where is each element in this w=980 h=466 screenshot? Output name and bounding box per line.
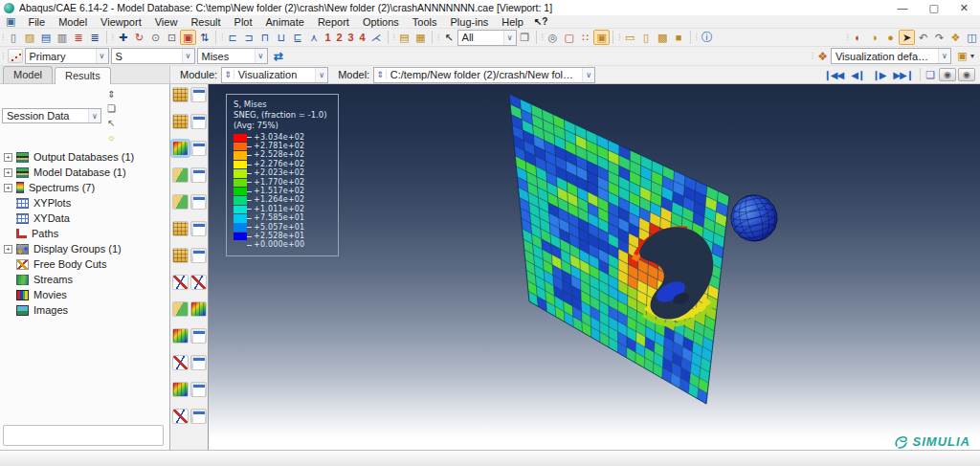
options-table-icon[interactable]: ◫ (964, 30, 980, 45)
color-code-apply-icon[interactable]: ➤ (899, 30, 915, 45)
tree-item-output-databases[interactable]: +Output Databases (1) (0, 149, 169, 165)
expand-icon[interactable]: + (4, 168, 12, 177)
replace-displayed-icon[interactable]: ▢ (561, 30, 577, 45)
stream-options-icon[interactable] (190, 355, 207, 370)
activate-xy-recorder-icon[interactable] (172, 275, 189, 290)
tree-scope-selector[interactable]: Session Data∨ (2, 108, 101, 123)
first-frame-button[interactable]: ❙◀◀ (819, 70, 847, 80)
module-selector[interactable]: ⇕Visualization∨ (221, 67, 328, 83)
render-hidden-icon[interactable]: ▯ (638, 30, 655, 45)
plot-state-options-icon[interactable] (190, 409, 207, 424)
apply-iso-view-icon[interactable]: ⋏ (306, 30, 323, 45)
animate-time-history-icon[interactable] (172, 221, 189, 236)
select-in-tree-button[interactable]: ↖ (104, 116, 119, 130)
tips-button[interactable]: ☼ (104, 130, 119, 144)
orientation-options-icon[interactable] (190, 194, 207, 210)
annotation-manager-icon[interactable]: ❖ (947, 30, 964, 45)
tree-item-spectrums[interactable]: +Spectrums (7) (0, 180, 169, 195)
undo-icon[interactable]: ↶ (915, 30, 931, 45)
menu-options[interactable]: Options (356, 16, 406, 28)
superimpose-options-icon[interactable] (190, 114, 207, 129)
allow-multiple-plot-states-icon[interactable] (172, 409, 189, 424)
menu-view[interactable]: View (148, 16, 185, 28)
selection-groups-icon[interactable]: ❐ (517, 30, 533, 45)
apply-front-view-icon[interactable]: ⊏ (225, 30, 241, 45)
tree-item-display-groups[interactable]: +Display Groups (1) (0, 241, 169, 256)
window-menu-icon[interactable]: ▣ (6, 15, 15, 28)
symbol-options-icon[interactable] (190, 167, 207, 183)
restore-session-objects-icon[interactable]: ≣ (87, 30, 103, 45)
tab-results[interactable]: Results (55, 67, 111, 84)
expand-icon[interactable]: + (4, 245, 12, 254)
variable-selector[interactable]: S∨ (111, 48, 195, 64)
viewport-defaults-palette-icon[interactable]: ❖ (817, 50, 828, 63)
plot-deformed-shape-icon[interactable] (172, 114, 189, 129)
selection-filter-combo[interactable]: All∨ (457, 30, 517, 46)
render-cube-icon[interactable]: ▣ (954, 49, 970, 64)
menu-report[interactable]: Report (311, 16, 356, 28)
new-model-database-icon[interactable]: ▯ (6, 30, 22, 45)
ply-options-icon[interactable] (190, 382, 207, 397)
apply-field-output-icon[interactable]: ⇄ (271, 49, 287, 64)
create-stream-icon[interactable] (172, 355, 189, 370)
menu-tools[interactable]: Tools (406, 16, 444, 28)
apply-top-view-icon[interactable]: ⊓ (257, 30, 274, 45)
result-options-icon[interactable] (190, 248, 207, 263)
apply-back-view-icon[interactable]: ⊐ (241, 30, 257, 45)
render-filled-icon[interactable]: ■ (671, 30, 687, 45)
minimize-button[interactable]: — (897, 2, 907, 14)
link-viewports-icon[interactable]: ❏ (925, 69, 935, 81)
free-body-options-icon[interactable] (190, 328, 207, 344)
menu-plugins[interactable]: Plug-ins (444, 16, 496, 28)
menu-file[interactable]: File (21, 16, 52, 28)
auto-fit-view-icon[interactable]: ▣ (180, 30, 196, 45)
viewport-canvas[interactable]: S, Mises SNEG, (fraction = -1.0) (Avg: 7… (209, 84, 980, 450)
tree-item-movies[interactable]: Movies (0, 287, 169, 302)
menu-viewport[interactable]: Viewport (94, 16, 148, 28)
ply-stack-plot-icon[interactable] (172, 382, 189, 397)
plot-contours-icon[interactable] (172, 141, 189, 156)
xy-data-manager-icon[interactable] (190, 275, 207, 290)
frame-selector[interactable]: Primary∨ (25, 48, 109, 64)
tree-spin-button[interactable]: ⇕ (104, 87, 119, 101)
probe-values-icon[interactable]: ▦ (412, 30, 429, 45)
tree-item-model-database[interactable]: +Model Database (1) (0, 165, 169, 180)
common-options-icon[interactable] (190, 87, 207, 102)
menu-animate[interactable]: Animate (259, 16, 311, 28)
remove-displayed-icon[interactable]: ▣ (593, 30, 610, 45)
free-body-cut-icon[interactable] (172, 328, 189, 344)
query-information-icon[interactable]: ▤ (396, 30, 412, 45)
cycle-views-icon[interactable]: ⇅ (196, 30, 212, 45)
select-entities-icon[interactable]: ↖ (441, 30, 457, 45)
maximize-button[interactable]: ▢ (928, 2, 938, 14)
tab-model[interactable]: Model (3, 66, 53, 83)
apply-bottom-view-icon[interactable]: ⊔ (274, 30, 290, 45)
record-animation-icon[interactable]: ◉ (958, 68, 975, 81)
plot-symbols-icon[interactable] (172, 167, 189, 183)
animation-options-icon[interactable] (190, 221, 207, 236)
field-output-dialog-icon[interactable] (8, 49, 23, 63)
save-session-objects-icon[interactable]: ≣ (71, 30, 87, 45)
previous-frame-button[interactable]: ◀❙ (847, 70, 868, 80)
color-code-initial-icon[interactable]: ◐ (850, 30, 866, 45)
user-view-4-button[interactable]: 4 (357, 30, 368, 45)
menu-result[interactable]: Result (184, 16, 227, 28)
menu-model[interactable]: Model (52, 16, 94, 28)
apply-left-view-icon[interactable]: ⊑ (290, 30, 306, 45)
close-button[interactable]: ✕ (960, 2, 969, 14)
custom-views-icon[interactable]: ⋌ (368, 30, 385, 45)
user-view-3-button[interactable]: 3 (345, 30, 357, 45)
query-information-icon[interactable] (172, 248, 189, 263)
add-displayed-icon[interactable]: ∷ (577, 30, 593, 45)
next-frame-button[interactable]: ❙▶ (868, 70, 889, 80)
tree-item-streams[interactable]: Streams (0, 272, 169, 287)
contour-options-icon[interactable] (190, 141, 207, 156)
tree-item-free-body-cuts[interactable]: Free Body Cuts (0, 256, 169, 272)
render-cube-dropdown-icon[interactable]: ▾ (970, 52, 974, 60)
view-cut-icon[interactable] (172, 301, 189, 317)
redo-icon[interactable]: ↷ (931, 30, 947, 45)
tree-item-images[interactable]: Images (0, 302, 169, 318)
menu-plot[interactable]: Plot (228, 16, 259, 28)
capture-image-icon[interactable]: ◉ (939, 68, 956, 81)
plot-undeformed-shape-icon[interactable] (172, 87, 189, 102)
